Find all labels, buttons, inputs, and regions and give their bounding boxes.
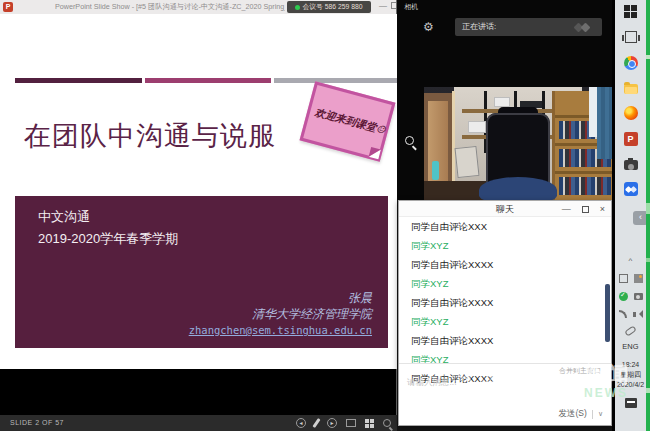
- course-name: 中文沟通: [38, 208, 90, 226]
- chat-sender-name: 同学XYZ: [411, 278, 596, 291]
- clock-time: 18:24: [615, 360, 646, 370]
- teal-bottle: [432, 161, 439, 180]
- chat-message-text: 同学自由评论XXX: [411, 221, 596, 234]
- chat-maximize-button[interactable]: [582, 206, 589, 213]
- slide-counter: SLIDE 2 OF 57: [10, 415, 64, 431]
- chrome-icon[interactable]: [624, 56, 638, 70]
- powerpoint-taskbar-icon[interactable]: P: [624, 132, 638, 146]
- see-all-slides-button[interactable]: [365, 419, 374, 428]
- minimize-button[interactable]: —: [377, 0, 389, 14]
- send-button[interactable]: 发送(S): [559, 408, 587, 420]
- send-row: 发送(S) ∨: [559, 408, 603, 420]
- author-affiliation: 清华大学经济管理学院: [189, 306, 372, 322]
- chair-seat-cushion: [479, 177, 557, 200]
- slide-canvas[interactable]: 在团队中沟通与说服 欢迎来到课堂☺ 中文沟通 2019-2020学年春季学期 张…: [0, 14, 397, 369]
- file-explorer-icon[interactable]: [624, 84, 638, 94]
- tray-plugin-icon[interactable]: [619, 274, 628, 283]
- now-speaking-bar: 正在讲话:: [455, 18, 602, 36]
- chat-sender-name: 同学XYZ: [411, 316, 596, 329]
- camera-panel-label: 相机: [404, 2, 418, 12]
- chat-message-text: 同学自由评论XXXX: [411, 335, 596, 348]
- desk: [424, 181, 486, 200]
- blue-curtain: [597, 87, 612, 159]
- now-speaking-label: 正在讲话:: [462, 18, 496, 36]
- taskbar-app-icons: P: [615, 4, 646, 196]
- desktop-wallpaper-edge: [646, 0, 650, 431]
- clock-weekday: 星期四: [615, 370, 646, 380]
- send-separator: [592, 410, 593, 419]
- next-slide-button[interactable]: ▸: [327, 418, 337, 428]
- language-indicator[interactable]: ENG: [615, 342, 646, 351]
- camera-app-icon[interactable]: [624, 160, 638, 170]
- books-row: [559, 177, 611, 195]
- firefox-icon[interactable]: [624, 106, 638, 120]
- gear-icon[interactable]: ⚙: [423, 20, 434, 34]
- slide-title: 在团队中沟通与说服: [24, 118, 276, 154]
- tray-security-icon[interactable]: [619, 292, 628, 301]
- camera-panel: 相机 ⚙ 正在讲话:: [397, 0, 612, 200]
- storage-box: [494, 97, 510, 107]
- task-view-icon[interactable]: [625, 31, 637, 43]
- chat-message-text: 同学自由评论XXXX: [411, 297, 596, 310]
- chat-scrollbar[interactable]: [605, 284, 610, 342]
- powerpoint-icon: P: [3, 2, 13, 12]
- chat-input[interactable]: 请输入消息...: [407, 377, 457, 389]
- previous-slide-button[interactable]: ◂: [296, 418, 306, 428]
- chat-window-controls: — ×: [562, 201, 605, 217]
- magnifier-icon[interactable]: [405, 136, 414, 145]
- window-title: PowerPoint Slide Show - [#5 团队沟通与讨论-中文沟通…: [55, 0, 285, 14]
- restore-button[interactable]: [391, 2, 396, 9]
- slideshow-status-bar: SLIDE 2 OF 57 ◂ ▸: [0, 415, 397, 431]
- pen-annotation-button[interactable]: [312, 418, 320, 428]
- hidden-icons-chevron[interactable]: ^: [615, 256, 646, 265]
- show-presenter-view-button[interactable]: [346, 419, 356, 427]
- storage-box: [468, 121, 486, 133]
- course-term: 2019-2020学年春季学期: [38, 230, 178, 248]
- send-options-caret[interactable]: ∨: [598, 410, 603, 418]
- notification-center-icon[interactable]: [625, 398, 637, 408]
- powerpoint-window: P PowerPoint Slide Show - [#5 团队沟通与讨论-中文…: [0, 0, 397, 431]
- meeting-logo-icon: [574, 23, 592, 32]
- desk-monitor: [454, 146, 479, 178]
- accent-bar-gray: [274, 78, 397, 83]
- windows-start-icon[interactable]: [624, 4, 638, 18]
- merge-to-main-window-link[interactable]: 合并到主窗口: [559, 366, 601, 376]
- note-fold-shadow: [369, 147, 381, 159]
- chat-close-button[interactable]: ×: [600, 201, 605, 217]
- screen: P PowerPoint Slide Show - [#5 团队沟通与讨论-中文…: [0, 0, 650, 431]
- tray-camera-icon[interactable]: [634, 293, 643, 300]
- webcam-video[interactable]: [424, 87, 612, 200]
- sticky-note: 欢迎来到课堂☺: [300, 81, 396, 161]
- accent-bar-maroon: [15, 78, 142, 83]
- author-block: 张晨 清华大学经济管理学院 zhangchen@sem.tsinghua.edu…: [189, 290, 372, 338]
- sticky-note-text: 欢迎来到课堂☺: [312, 105, 387, 138]
- zoom-slide-button[interactable]: [383, 419, 391, 427]
- system-tray: ^ ENG 18:24 星期四 2020/4/2: [615, 256, 646, 408]
- author-name: 张晨: [189, 290, 372, 306]
- volume-icon[interactable]: [633, 310, 642, 319]
- course-info-box: 中文沟通 2019-2020学年春季学期 张晨 清华大学经济管理学院 zhang…: [15, 196, 388, 348]
- chat-minimize-button[interactable]: —: [562, 201, 571, 217]
- chat-window: 聊天 — × 同学自由评论XXX同学XYZ同学自由评论XXXX同学XYZ同学自由…: [398, 200, 612, 426]
- voov-meeting-icon[interactable]: [624, 182, 638, 196]
- accent-bar-magenta: [145, 78, 271, 83]
- slideshow-toolbar: ◂ ▸: [296, 415, 391, 431]
- meeting-id-badge[interactable]: 会议号 586 259 880: [287, 1, 371, 13]
- tray-link-icon[interactable]: [624, 325, 636, 336]
- chat-message-text: 同学自由评论XXXX: [411, 259, 596, 272]
- chat-title-bar[interactable]: 聊天 — ×: [399, 201, 611, 217]
- author-email-link[interactable]: zhangchen@sem.tsinghua.edu.cn: [189, 322, 372, 338]
- recording-dot-icon: [295, 5, 300, 10]
- clock-date: 2020/4/2: [615, 380, 646, 390]
- wifi-icon[interactable]: [619, 310, 627, 318]
- ppt-title-bar: P PowerPoint Slide Show - [#5 团队沟通与讨论-中文…: [0, 0, 396, 14]
- tray-screenshot-icon[interactable]: [634, 274, 643, 283]
- chat-sender-name: 同学XYZ: [411, 240, 596, 253]
- chat-divider: [399, 363, 611, 364]
- taskbar-clock[interactable]: 18:24 星期四 2020/4/2: [615, 360, 646, 390]
